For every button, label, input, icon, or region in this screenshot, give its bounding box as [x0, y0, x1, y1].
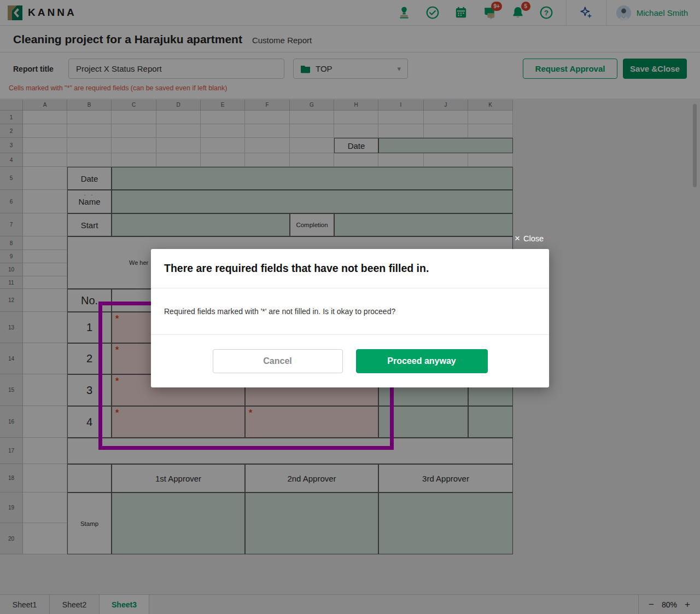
close-icon: ×: [515, 233, 520, 244]
dialog-message: Required fields marked with '*' are not …: [151, 288, 549, 335]
app-window: KANNA 9+ 5 ?: [0, 0, 700, 614]
cancel-button[interactable]: Cancel: [213, 349, 343, 373]
modal-close-button[interactable]: × Close: [515, 233, 544, 244]
required-fields-dialog: There are required fields that have not …: [151, 249, 549, 387]
dialog-title: There are required fields that have not …: [164, 262, 429, 275]
proceed-anyway-button[interactable]: Proceed anyway: [356, 349, 488, 373]
close-label: Close: [523, 234, 544, 243]
